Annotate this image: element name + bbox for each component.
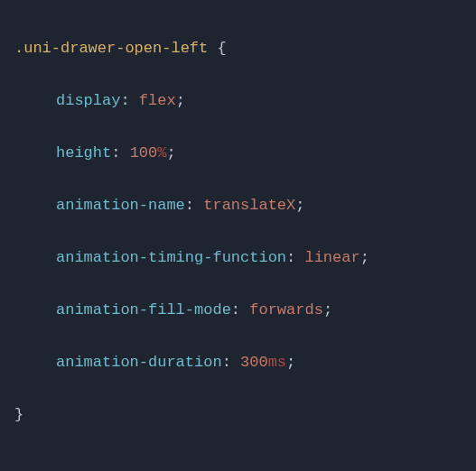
css-value: translateX [203,197,295,214]
css-property: height [56,144,111,162]
selector-line: .uni-drawer-open-left { [14,35,476,61]
close-brace: } [14,406,23,423]
declaration-line: animation-fill-mode: forwards; [14,297,476,323]
code-block: .uni-drawer-open-left { display: flex; h… [0,0,476,471]
css-unit: % [157,144,166,162]
css-property: animation-fill-mode [56,301,231,319]
css-property: display [56,92,120,109]
css-value: forwards [249,301,323,319]
css-property: animation-duration [56,354,222,371]
css-selector: .uni-drawer-open-left [14,40,208,57]
declaration-line: animation-duration: 300ms; [14,349,476,375]
open-brace: { [208,40,226,57]
declaration-line: animation-name: translateX; [14,192,476,218]
declaration-line: animation-timing-function: linear; [14,245,476,271]
css-value: 300 [240,354,268,371]
blank-line [14,454,476,471]
close-brace-line: } [14,402,476,428]
declaration-line: height: 100%; [14,140,476,166]
css-unit: ms [268,354,286,371]
css-value: linear [304,249,359,266]
css-value: flex [139,92,176,109]
css-value: 100 [130,144,158,162]
declaration-line: display: flex; [14,88,476,114]
css-property: animation-name [56,197,185,214]
css-property: animation-timing-function [56,249,286,266]
